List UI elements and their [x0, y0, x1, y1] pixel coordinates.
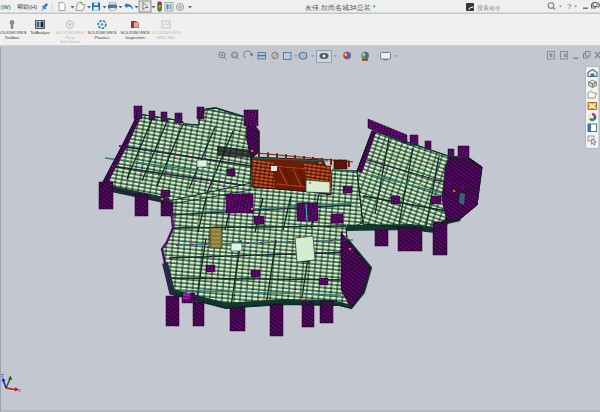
- svg-text:?: ?: [567, 2, 572, 11]
- svg-text:z: z: [1, 372, 4, 378]
- svg-text:x: x: [19, 387, 22, 393]
